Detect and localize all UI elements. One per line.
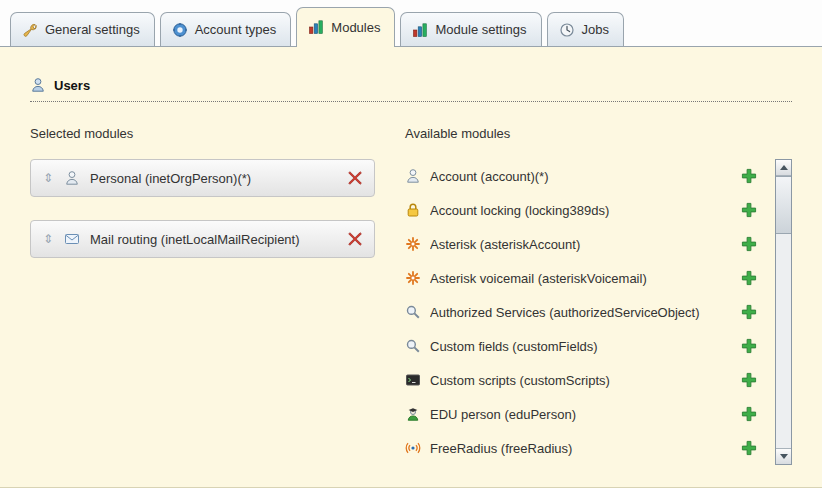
add-icon [741, 270, 757, 286]
person-icon [405, 168, 421, 184]
selected-module-row[interactable]: ⇕Personal (inetOrgPerson)(*) [30, 159, 375, 197]
page-title: Users [54, 78, 90, 93]
tab-label: Modules [331, 20, 380, 35]
add-icon [741, 440, 757, 456]
add-icon [741, 406, 757, 422]
selected-module-row[interactable]: ⇕Mail routing (inetLocalMailRecipient) [30, 220, 375, 258]
scroll-up-button[interactable] [776, 160, 791, 176]
add-icon [741, 372, 757, 388]
module-label: Custom scripts (customScripts) [430, 373, 732, 388]
add-module-button[interactable] [741, 202, 757, 218]
available-module-row: Custom scripts (customScripts) [405, 363, 767, 397]
selected-modules-heading: Selected modules [30, 126, 375, 141]
person-icon [64, 170, 80, 186]
available-modules-heading: Available modules [405, 126, 792, 141]
add-module-button[interactable] [741, 338, 757, 354]
available-module-row: Account (account)(*) [405, 159, 767, 193]
remove-module-button[interactable] [347, 170, 363, 186]
tab-label: Jobs [582, 22, 609, 37]
available-modules-scrollbar[interactable] [775, 159, 792, 465]
available-module-row: EDU person (eduPerson) [405, 397, 767, 431]
tab-label: General settings [45, 22, 140, 37]
module-label: Account (account)(*) [430, 169, 732, 184]
add-icon [741, 202, 757, 218]
selected-modules-column: Selected modules ⇕Personal (inetOrgPerso… [30, 126, 375, 465]
add-icon [741, 338, 757, 354]
edu-person-icon [405, 406, 421, 422]
account-type-header: Users [30, 77, 792, 102]
module-label: Custom fields (customFields) [430, 339, 732, 354]
modules-panel: Users Selected modules ⇕Personal (inetOr… [0, 47, 822, 488]
available-modules-wrap: Account (account)(*)Account locking (loc… [405, 159, 792, 465]
module-label: FreeRadius (freeRadius) [430, 441, 732, 456]
module-label: Asterisk (asteriskAccount) [430, 237, 732, 252]
available-module-row: Asterisk (asteriskAccount) [405, 227, 767, 261]
tab-modules[interactable]: Modules [296, 7, 395, 47]
available-module-row: Authorized Services (authorizedServiceOb… [405, 295, 767, 329]
available-module-row: Custom fields (customFields) [405, 329, 767, 363]
bar-chart-icon [308, 19, 324, 35]
magnifier-icon [405, 338, 421, 354]
tab-jobs[interactable]: Jobs [547, 12, 624, 46]
add-module-button[interactable] [741, 440, 757, 456]
add-icon [741, 236, 757, 252]
selected-modules-list: ⇕Personal (inetOrgPerson)(*)⇕Mail routin… [30, 159, 375, 258]
module-label: EDU person (eduPerson) [430, 407, 732, 422]
module-label: Personal (inetOrgPerson)(*) [90, 171, 337, 186]
scrollbar-thumb[interactable] [776, 176, 791, 234]
add-icon [741, 168, 757, 184]
add-icon [741, 304, 757, 320]
wrench-icon [22, 22, 38, 38]
available-module-row: FreeRadius (freeRadius) [405, 431, 767, 465]
module-label: Mail routing (inetLocalMailRecipient) [90, 232, 337, 247]
lock-icon [405, 202, 421, 218]
remove-module-button[interactable] [347, 231, 363, 247]
module-label: Account locking (locking389ds) [430, 203, 732, 218]
tab-label: Account types [195, 22, 277, 37]
tab-label: Module settings [435, 22, 526, 37]
delete-icon [347, 231, 363, 247]
available-module-row: Asterisk voicemail (asteriskVoicemail) [405, 261, 767, 295]
triangle-up-icon [780, 165, 788, 170]
module-columns: Selected modules ⇕Personal (inetOrgPerso… [30, 126, 792, 465]
add-module-button[interactable] [741, 406, 757, 422]
tab-bar: General settingsAccount typesModulesModu… [0, 0, 822, 47]
add-module-button[interactable] [741, 168, 757, 184]
radio-waves-icon [405, 440, 421, 456]
tab-account-types[interactable]: Account types [160, 12, 292, 46]
add-module-button[interactable] [741, 304, 757, 320]
delete-icon [347, 170, 363, 186]
available-modules-column: Available modules Account (account)(*)Ac… [405, 126, 792, 465]
add-module-button[interactable] [741, 236, 757, 252]
module-label: Authorized Services (authorizedServiceOb… [430, 305, 732, 320]
bar-chart-icon [412, 22, 428, 38]
mail-icon [64, 231, 80, 247]
clock-icon [559, 22, 575, 38]
available-module-row: Account locking (locking389ds) [405, 193, 767, 227]
add-module-button[interactable] [741, 372, 757, 388]
drag-handle-icon[interactable]: ⇕ [42, 232, 54, 246]
available-modules-list: Account (account)(*)Account locking (loc… [405, 159, 767, 465]
drag-handle-icon[interactable]: ⇕ [42, 171, 54, 185]
script-icon [405, 372, 421, 388]
asterisk-icon [405, 270, 421, 286]
tab-module-settings[interactable]: Module settings [400, 12, 541, 46]
scroll-down-button[interactable] [776, 448, 791, 464]
magnifier-icon [405, 304, 421, 320]
users-icon [30, 77, 46, 93]
add-module-button[interactable] [741, 270, 757, 286]
account-types-icon [172, 22, 188, 38]
triangle-down-icon [780, 454, 788, 459]
asterisk-icon [405, 236, 421, 252]
module-label: Asterisk voicemail (asteriskVoicemail) [430, 271, 732, 286]
tab-general-settings[interactable]: General settings [10, 12, 155, 46]
